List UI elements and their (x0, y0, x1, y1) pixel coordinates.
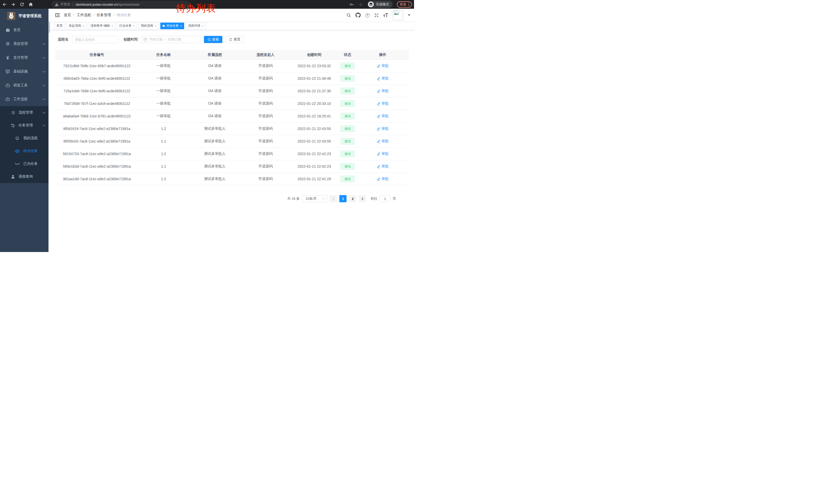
breadcrumb-separator: / (113, 13, 114, 17)
approve-link[interactable]: 审批 (377, 151, 388, 156)
process-name-input[interactable] (72, 36, 119, 43)
approve-link[interactable]: 审批 (377, 63, 388, 68)
task-id: 75d72608-7b7f-11ec-a3c8-acde48001122 (55, 101, 138, 106)
goto-page-input[interactable] (380, 195, 390, 202)
date-range-picker[interactable]: 开始日期 - 结束日期 (141, 36, 200, 43)
task-id: 580e1b3d-7ac8-11ec-a9e2-a2380e71991a (55, 164, 138, 169)
edit-pen-icon (377, 127, 380, 131)
yen-icon (5, 55, 10, 60)
forward-icon[interactable] (11, 2, 16, 7)
start-date-placeholder[interactable]: 开始日期 (149, 37, 163, 42)
goto-label: 前往 (371, 196, 377, 201)
tab-label: 首页 (56, 24, 63, 28)
task-process: 测试多审批人 (189, 164, 241, 169)
page-2-button[interactable]: 2 (349, 195, 356, 202)
back-icon[interactable] (2, 2, 7, 7)
approve-link[interactable]: 审批 (377, 139, 388, 144)
sidebar-scrollbar[interactable] (48, 9, 50, 252)
tab-label: 已办任务 (119, 24, 132, 28)
tab-label: 待办任务 (166, 24, 179, 28)
address-bar[interactable]: 不安全 dashboard.yudao.iocoder.cn/bpm/task/… (51, 1, 190, 8)
tab-home[interactable]: 首页 (54, 22, 65, 29)
tab-todo-tasks[interactable]: 待办任务× (160, 22, 184, 29)
sidebar-item-infrastructure[interactable]: 基础设施 (0, 64, 50, 79)
update-button[interactable]: 更新 (397, 1, 412, 8)
edit-pen-icon (377, 64, 380, 68)
pagination: 共 16 条 10条/页 1 2 前往 页 (55, 195, 409, 202)
avatar[interactable] (393, 10, 403, 20)
help-icon[interactable]: ? (365, 13, 370, 17)
close-icon[interactable]: × (155, 25, 156, 28)
task-initiator: 芋道源码 (241, 151, 290, 156)
sidebar-collapse-icon[interactable] (55, 13, 60, 17)
total-count: 共 16 条 (287, 196, 300, 201)
search-button[interactable]: 搜索 (204, 36, 222, 43)
breadcrumb-home[interactable]: 首页 (64, 13, 71, 17)
password-key-icon[interactable] (349, 2, 354, 7)
browser-menu-icon[interactable] (408, 3, 409, 6)
status-badge: 激活 (340, 163, 355, 170)
sidebar-item-process-mgmt[interactable]: 流程管理 (0, 106, 50, 119)
tab-done-tasks[interactable]: 已办任务× (117, 22, 137, 29)
reload-icon[interactable] (19, 2, 25, 7)
task-created: 2022-01-22 18:25:41 (290, 114, 339, 118)
page-size-select[interactable]: 10条/页 (302, 195, 327, 202)
fullscreen-icon[interactable] (374, 13, 379, 17)
chevron-up-icon (42, 125, 45, 126)
sidebar-item-done-tasks[interactable]: 已办任务 (0, 157, 50, 170)
sidebar-item-workflow[interactable]: 工作流程 (0, 92, 50, 106)
workflow-submenu: 流程管理 任务管理 我的流程 待办任务 已办任务 请假查询 (0, 106, 50, 183)
task-created: 2022-01-21 22:41:29 (290, 177, 339, 181)
breadcrumb-task-mgmt[interactable]: 任务管理 (97, 13, 111, 17)
tab-process-detail[interactable]: 流程详情× (186, 22, 206, 29)
sidebar: 芋道管理系统 首页 ⚙ 系统管理 支付管理 基础设施 研发工具 工作流程 流程管… (0, 9, 50, 252)
close-icon[interactable]: × (202, 25, 203, 28)
approve-link[interactable]: 审批 (377, 76, 388, 81)
task-name: 1.2 (138, 177, 189, 181)
caret-down-icon[interactable] (408, 14, 410, 16)
tab-process-form-edit[interactable]: 流程表单-编辑× (88, 22, 115, 29)
tab-my-process[interactable]: 我的流程× (138, 22, 159, 29)
sidebar-item-payment[interactable]: 支付管理 (0, 51, 50, 64)
github-icon[interactable] (356, 12, 361, 18)
font-size-icon[interactable] (383, 13, 388, 17)
breadcrumb-workflow[interactable]: 工作流程 (77, 13, 91, 17)
divider (73, 3, 73, 6)
home-icon[interactable] (28, 2, 33, 7)
task-name: 一级审批 (138, 76, 189, 81)
sidebar-item-todo-tasks[interactable]: 待办任务 (0, 145, 50, 157)
search-icon[interactable] (346, 13, 351, 17)
range-separator: - (165, 38, 166, 42)
approve-link[interactable]: 审批 (377, 164, 388, 169)
sidebar-item-devtools[interactable]: 研发工具 (0, 79, 50, 92)
close-icon[interactable]: × (133, 25, 135, 28)
table-row: 069c6a63-7b8a-11ec-8ef0-acde48001122 一级审… (55, 72, 409, 85)
close-icon[interactable]: × (180, 25, 182, 28)
overlay-annotation: 待办列表 (176, 3, 216, 14)
security-label[interactable]: 不安全 (60, 2, 70, 7)
approve-link[interactable]: 审批 (377, 89, 388, 93)
bookmark-star-icon[interactable]: ☆ (358, 2, 363, 7)
app-logo-row[interactable]: 芋道管理系统 (0, 9, 50, 23)
approve-label: 审批 (381, 151, 388, 156)
sidebar-item-my-process[interactable]: 我的流程 (0, 132, 50, 145)
close-icon[interactable]: × (83, 25, 84, 28)
sidebar-item-leave-query[interactable]: 请假查询 (0, 170, 50, 183)
approve-link[interactable]: 审批 (377, 126, 388, 131)
next-page-button[interactable] (359, 195, 366, 202)
page-1-button[interactable]: 1 (339, 195, 346, 202)
tab-start-process[interactable]: 发起流程× (67, 22, 86, 29)
sidebar-item-task-mgmt[interactable]: 任务管理 (0, 119, 50, 132)
chevron-down-icon (42, 71, 45, 73)
sidebar-item-system[interactable]: ⚙ 系统管理 (0, 37, 50, 51)
task-id: 8f0d1619-7ac8-11ec-a9e2-a2380e71991a (55, 127, 138, 131)
prev-page-button[interactable] (330, 195, 337, 202)
approve-link[interactable]: 审批 (377, 177, 388, 181)
approve-link[interactable]: 审批 (377, 101, 388, 106)
scrollbar-thumb[interactable] (49, 21, 50, 33)
sidebar-item-home[interactable]: 首页 (0, 23, 50, 37)
approve-link[interactable]: 审批 (377, 114, 388, 119)
reset-button[interactable]: 重置 (225, 36, 244, 43)
close-icon[interactable]: × (111, 25, 113, 28)
end-date-placeholder[interactable]: 结束日期 (168, 37, 181, 42)
